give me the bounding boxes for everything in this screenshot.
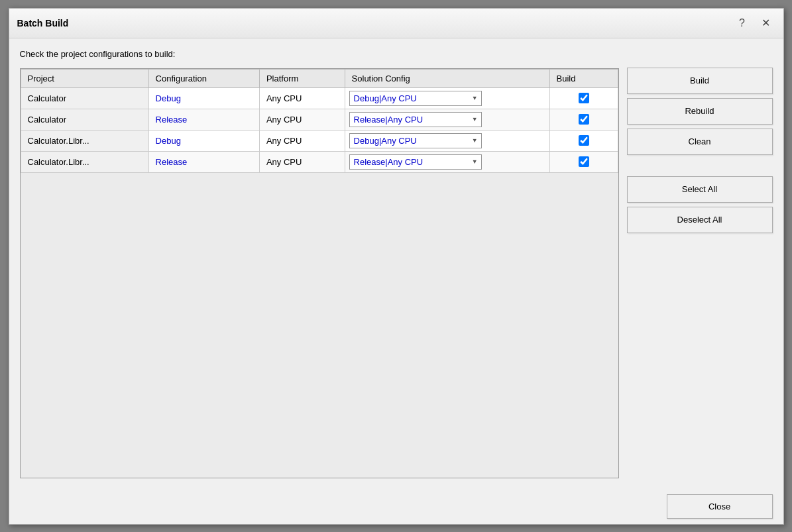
table-body: CalculatorDebugAny CPUDebug|Any CPUCalcu… <box>21 87 618 172</box>
cell-project: Calculator.Libr... <box>21 151 148 172</box>
col-project: Project <box>21 69 148 87</box>
deselect-all-button[interactable]: Deselect All <box>627 207 773 233</box>
side-buttons: Build Rebuild Clean Select All Deselect … <box>627 49 773 478</box>
table-row: CalculatorDebugAny CPUDebug|Any CPU <box>21 87 618 109</box>
cell-project: Calculator <box>21 109 148 130</box>
build-checkbox-0[interactable] <box>579 93 589 103</box>
solution-config-select-0[interactable]: Debug|Any CPU <box>349 91 482 106</box>
batch-build-dialog: Batch Build ? ✕ Check the project config… <box>9 8 784 525</box>
project-table: Project Configuration Platform Solution … <box>21 69 618 173</box>
clean-button[interactable]: Clean <box>627 129 773 155</box>
instruction-text: Check the project configurations to buil… <box>20 49 619 59</box>
cell-solution-config[interactable]: Release|Any CPU <box>345 109 549 130</box>
cell-platform: Any CPU <box>259 109 345 130</box>
col-platform: Platform <box>259 69 345 87</box>
cell-solution-config[interactable]: Debug|Any CPU <box>345 130 549 151</box>
close-button[interactable]: Close <box>667 494 773 519</box>
table-row: CalculatorReleaseAny CPURelease|Any CPU <box>21 109 618 130</box>
cell-configuration: Release <box>148 109 259 130</box>
main-section: Check the project configurations to buil… <box>20 49 619 478</box>
empty-table-area <box>21 173 618 478</box>
cell-platform: Any CPU <box>259 130 345 151</box>
cell-platform: Any CPU <box>259 151 345 172</box>
col-solution-config: Solution Config <box>345 69 549 87</box>
cell-project: Calculator.Libr... <box>21 130 148 151</box>
dialog-footer: Close <box>9 489 783 524</box>
cell-project: Calculator <box>21 87 148 109</box>
cell-configuration: Debug <box>148 130 259 151</box>
title-bar: Batch Build ? ✕ <box>9 9 783 38</box>
cell-build[interactable] <box>549 151 618 172</box>
dialog-body: Check the project configurations to buil… <box>9 38 783 489</box>
cell-build[interactable] <box>549 130 618 151</box>
build-checkbox-1[interactable] <box>579 114 589 125</box>
cell-configuration: Release <box>148 151 259 172</box>
solution-config-select-2[interactable]: Debug|Any CPU <box>349 133 482 148</box>
help-button[interactable]: ? <box>733 14 752 32</box>
cell-build[interactable] <box>549 87 618 109</box>
title-bar-left: Batch Build <box>17 18 69 28</box>
table-container: Project Configuration Platform Solution … <box>20 68 619 478</box>
cell-platform: Any CPU <box>259 87 345 109</box>
solution-config-select-3[interactable]: Release|Any CPU <box>349 154 482 170</box>
col-configuration: Configuration <box>148 69 259 87</box>
table-header-row: Project Configuration Platform Solution … <box>21 69 618 87</box>
build-button[interactable]: Build <box>627 68 773 94</box>
build-checkbox-2[interactable] <box>579 135 589 146</box>
cell-configuration: Debug <box>148 87 259 109</box>
close-title-button[interactable]: ✕ <box>757 14 775 32</box>
dialog-title: Batch Build <box>17 18 69 28</box>
cell-build[interactable] <box>549 109 618 130</box>
cell-solution-config[interactable]: Release|Any CPU <box>345 151 549 172</box>
table-row: Calculator.Libr...DebugAny CPUDebug|Any … <box>21 130 618 151</box>
spacer <box>627 159 773 172</box>
cell-solution-config[interactable]: Debug|Any CPU <box>345 87 549 109</box>
rebuild-button[interactable]: Rebuild <box>627 98 773 125</box>
table-row: Calculator.Libr...ReleaseAny CPURelease|… <box>21 151 618 172</box>
solution-config-select-1[interactable]: Release|Any CPU <box>349 112 482 127</box>
select-all-button[interactable]: Select All <box>627 176 773 203</box>
col-build: Build <box>549 69 618 87</box>
title-bar-controls: ? ✕ <box>733 14 775 32</box>
build-checkbox-3[interactable] <box>579 156 589 167</box>
